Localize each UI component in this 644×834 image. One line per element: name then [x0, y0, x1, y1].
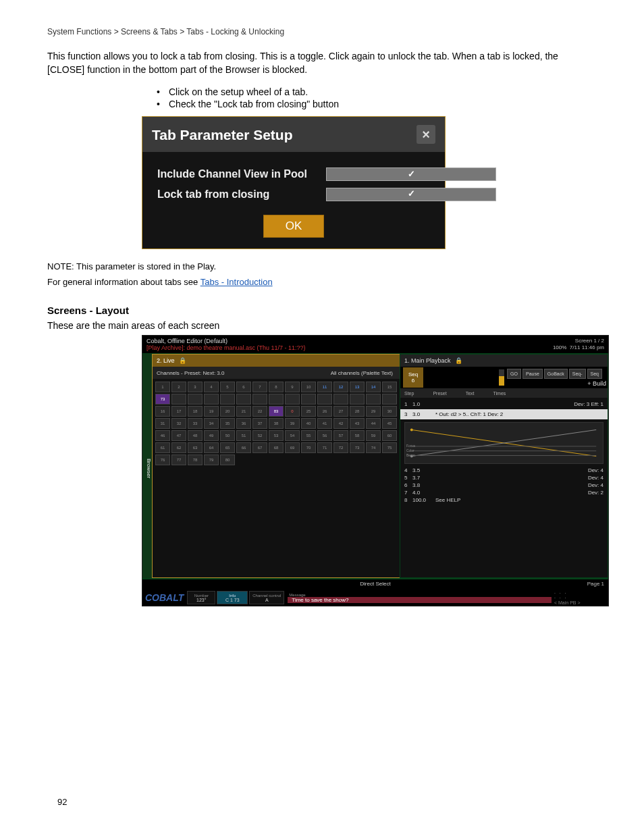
col-text: Text	[466, 391, 475, 396]
seq-label: Seq	[408, 371, 418, 377]
section-heading: Screens - Layout	[47, 305, 597, 316]
channel-filter-label: All channels (Palette Text)	[331, 370, 393, 376]
svg-text:Color: Color	[406, 449, 414, 452]
goback-button[interactable]: GoBack	[544, 369, 568, 379]
seq-minus-button[interactable]: Seq-	[569, 369, 586, 379]
channel-grid[interactable]: 123456789101112131415 73 161718192021228…	[153, 379, 400, 577]
app-archive: [Play Archive]: demo theatre manual.asc …	[146, 344, 306, 351]
step-row[interactable]: 11.0Dev: 3 Eff: 1	[404, 400, 603, 408]
browser-side-tab[interactable]: Browser	[142, 354, 152, 578]
channel-cell-73[interactable]: 73	[155, 394, 170, 405]
ok-button[interactable]: OK	[263, 215, 324, 238]
build-button[interactable]: + Build	[587, 380, 606, 387]
see-also-link[interactable]: Tabs - Introduction	[200, 277, 273, 287]
zoom-level: 100%	[553, 344, 566, 350]
lock-icon: 🔒	[455, 357, 462, 364]
tab-main-playback[interactable]: 1. Main Playback	[404, 357, 451, 364]
svg-text:Beam: Beam	[406, 454, 415, 457]
option-label: Include Channel View in Pool	[157, 165, 326, 183]
direct-select-label: Direct Select	[360, 581, 390, 587]
step-row[interactable]: 63.8Dev: 4	[404, 481, 603, 489]
step-row[interactable]: 8100.0See HELP	[404, 496, 603, 504]
step-list[interactable]: 11.0Dev: 3 Eff: 133.0* Out: d2 > 5.. ChT…	[400, 398, 608, 577]
col-preset: Preset	[433, 391, 446, 396]
dialog-title: Tab Parameter Setup	[152, 128, 293, 142]
info-field: Info C 1 73	[217, 591, 248, 604]
note-text: NOTE: This parameter is stored in the Pl…	[47, 261, 597, 271]
step-row[interactable]: 53.7Dev: 4	[404, 474, 603, 481]
section-intro: These are the main areas of each screen	[47, 320, 597, 331]
message-bar: Time to save the show?	[288, 597, 552, 603]
col-step: Step	[404, 391, 414, 396]
col-times: Times	[493, 391, 506, 396]
see-also-label: For general information about tabs see	[47, 277, 200, 287]
breadcrumb: System Functions > Screens & Tabs > Tabs…	[47, 27, 597, 36]
tab-live[interactable]: 2. Live	[157, 357, 175, 364]
mini-status: · · · · · · < Main PB >	[554, 591, 608, 604]
go-button[interactable]: GO	[507, 369, 521, 379]
channel-cell-83[interactable]: 83	[269, 406, 284, 417]
close-icon[interactable]: ×	[417, 125, 435, 144]
clock: 7/11 11:46 pm	[570, 344, 604, 350]
step-row[interactable]: 74.0Dev: 2	[404, 489, 603, 496]
app-title: Cobalt, Offline Editor (Default)	[146, 338, 306, 344]
list-item: Check the "Lock tab from closing" button	[169, 99, 597, 109]
channels-header: Channels - Preset: Next: 3.0	[157, 370, 225, 376]
seq-button[interactable]: Seq	[587, 369, 602, 379]
lock-icon: 🔒	[179, 357, 186, 364]
intro-paragraph: This function allows you to lock a tab f…	[47, 50, 597, 76]
channel-control-field[interactable]: Channel control A	[249, 591, 284, 604]
seq-number: 6	[412, 377, 414, 384]
pause-button[interactable]: Pause	[522, 369, 543, 379]
sequence-indicator[interactable]: Seq 6	[403, 367, 423, 388]
dialog-flyout: Tab Parameter Setup × Include Channel Vi…	[142, 116, 446, 249]
number-field[interactable]: Number 123°	[187, 591, 215, 604]
checkbox-lock-tab[interactable]: ✓	[326, 188, 496, 201]
option-label: Lock tab from closing	[157, 186, 326, 203]
step-row[interactable]: 43.5Dev: 4	[404, 467, 603, 474]
screen-indicator: Screen 1 / 2	[553, 338, 604, 344]
app-logo: COBALT	[142, 593, 186, 602]
timing-curve: FocusColorBeam	[404, 422, 603, 464]
app-screenshot: Cobalt, Offline Editor (Default) [Play A…	[142, 335, 609, 606]
list-item: Click on the setup wheel of a tab.	[169, 86, 597, 97]
step-row[interactable]: 33.0* Out: d2 > 5.. ChT: 1 Dev: 2	[400, 409, 608, 419]
level-meter	[499, 369, 504, 386]
svg-text:Focus: Focus	[406, 444, 416, 448]
checkbox-include-pool[interactable]: ✓	[326, 167, 496, 181]
bullet-list: Click on the setup wheel of a tab. Check…	[47, 86, 597, 109]
page-number: 92	[57, 797, 67, 807]
svg-point-2	[410, 429, 413, 432]
page-indicator: Page 1	[587, 579, 604, 589]
